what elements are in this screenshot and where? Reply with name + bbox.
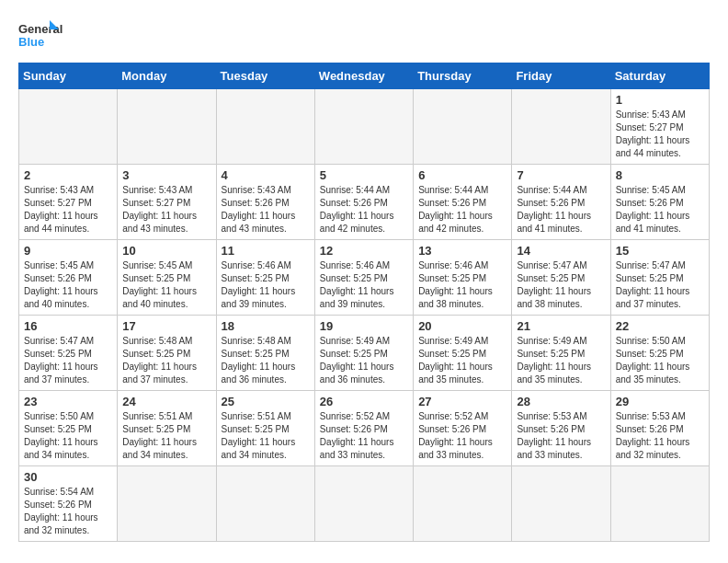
day-number: 25: [222, 395, 310, 408]
header: GeneralBlue: [18, 18, 710, 53]
calendar-cell: 10Sunrise: 5:45 AM Sunset: 5:25 PM Dayli…: [118, 240, 216, 316]
calendar-cell: 17Sunrise: 5:48 AM Sunset: 5:25 PM Dayli…: [118, 316, 216, 391]
day-number: 23: [24, 395, 112, 408]
calendar-cell: 6Sunrise: 5:44 AM Sunset: 5:26 PM Daylig…: [414, 165, 512, 240]
day-info: Sunrise: 5:46 AM Sunset: 5:25 PM Dayligh…: [320, 259, 408, 311]
day-number: 29: [616, 395, 704, 408]
day-number: 7: [517, 168, 605, 182]
day-header-wednesday: Wednesday: [314, 63, 413, 89]
calendar-cell: 3Sunrise: 5:43 AM Sunset: 5:27 PM Daylig…: [118, 165, 216, 240]
calendar-cell: 29Sunrise: 5:53 AM Sunset: 5:26 PM Dayli…: [610, 391, 709, 466]
day-number: 26: [320, 395, 408, 408]
day-number: 12: [320, 244, 408, 258]
calendar-cell: 24Sunrise: 5:51 AM Sunset: 5:25 PM Dayli…: [118, 391, 216, 466]
day-number: 11: [222, 244, 310, 258]
day-number: 19: [320, 319, 408, 333]
calendar-cell: 28Sunrise: 5:53 AM Sunset: 5:26 PM Dayli…: [512, 391, 610, 466]
calendar-cell: 7Sunrise: 5:44 AM Sunset: 5:26 PM Daylig…: [512, 165, 610, 240]
day-number: 28: [517, 395, 605, 408]
day-info: Sunrise: 5:52 AM Sunset: 5:26 PM Dayligh…: [320, 410, 408, 462]
day-info: Sunrise: 5:43 AM Sunset: 5:27 PM Dayligh…: [616, 109, 704, 160]
day-number: 20: [418, 319, 506, 333]
calendar-cell: 5Sunrise: 5:44 AM Sunset: 5:26 PM Daylig…: [314, 165, 413, 240]
day-info: Sunrise: 5:46 AM Sunset: 5:25 PM Dayligh…: [222, 259, 310, 311]
calendar-cell: 8Sunrise: 5:45 AM Sunset: 5:26 PM Daylig…: [610, 165, 709, 240]
day-header-friday: Friday: [512, 63, 610, 89]
day-info: Sunrise: 5:48 AM Sunset: 5:25 PM Dayligh…: [122, 335, 210, 386]
day-number: 13: [418, 244, 506, 258]
day-info: Sunrise: 5:43 AM Sunset: 5:27 PM Dayligh…: [24, 184, 112, 236]
calendar-cell: 2Sunrise: 5:43 AM Sunset: 5:27 PM Daylig…: [19, 165, 118, 240]
logo-svg: GeneralBlue: [18, 18, 64, 53]
day-info: Sunrise: 5:43 AM Sunset: 5:26 PM Dayligh…: [222, 184, 310, 236]
day-info: Sunrise: 5:44 AM Sunset: 5:26 PM Dayligh…: [418, 184, 506, 236]
calendar-cell: [610, 466, 709, 542]
calendar-cell: [118, 89, 216, 165]
day-number: 6: [418, 168, 506, 182]
calendar-cell: [118, 466, 216, 542]
calendar-cell: [19, 89, 118, 165]
day-number: 2: [24, 168, 112, 182]
day-header-thursday: Thursday: [414, 63, 512, 89]
day-info: Sunrise: 5:51 AM Sunset: 5:25 PM Dayligh…: [122, 410, 210, 462]
calendar-header-row: SundayMondayTuesdayWednesdayThursdayFrid…: [19, 63, 710, 89]
day-number: 1: [616, 93, 704, 107]
day-header-tuesday: Tuesday: [216, 63, 314, 89]
calendar-cell: 30Sunrise: 5:54 AM Sunset: 5:26 PM Dayli…: [19, 466, 118, 542]
calendar-week-row: 1Sunrise: 5:43 AM Sunset: 5:27 PM Daylig…: [19, 89, 710, 165]
day-number: 27: [418, 395, 506, 408]
day-info: Sunrise: 5:47 AM Sunset: 5:25 PM Dayligh…: [616, 259, 704, 311]
day-number: 24: [122, 395, 210, 408]
calendar-cell: 22Sunrise: 5:50 AM Sunset: 5:25 PM Dayli…: [610, 316, 709, 391]
day-number: 18: [222, 319, 310, 333]
calendar-cell: 11Sunrise: 5:46 AM Sunset: 5:25 PM Dayli…: [216, 240, 314, 316]
calendar-cell: 1Sunrise: 5:43 AM Sunset: 5:27 PM Daylig…: [610, 89, 709, 165]
day-info: Sunrise: 5:44 AM Sunset: 5:26 PM Dayligh…: [320, 184, 408, 236]
day-info: Sunrise: 5:47 AM Sunset: 5:25 PM Dayligh…: [517, 259, 605, 311]
day-info: Sunrise: 5:51 AM Sunset: 5:25 PM Dayligh…: [222, 410, 310, 462]
day-info: Sunrise: 5:46 AM Sunset: 5:25 PM Dayligh…: [418, 259, 506, 311]
calendar: SundayMondayTuesdayWednesdayThursdayFrid…: [18, 63, 710, 542]
calendar-cell: 16Sunrise: 5:47 AM Sunset: 5:25 PM Dayli…: [19, 316, 118, 391]
calendar-cell: [216, 89, 314, 165]
calendar-cell: 20Sunrise: 5:49 AM Sunset: 5:25 PM Dayli…: [414, 316, 512, 391]
day-number: 16: [24, 319, 112, 333]
day-info: Sunrise: 5:44 AM Sunset: 5:26 PM Dayligh…: [517, 184, 605, 236]
day-info: Sunrise: 5:53 AM Sunset: 5:26 PM Dayligh…: [616, 410, 704, 462]
calendar-cell: 9Sunrise: 5:45 AM Sunset: 5:26 PM Daylig…: [19, 240, 118, 316]
day-info: Sunrise: 5:53 AM Sunset: 5:26 PM Dayligh…: [517, 410, 605, 462]
day-info: Sunrise: 5:54 AM Sunset: 5:26 PM Dayligh…: [24, 486, 112, 537]
calendar-week-row: 16Sunrise: 5:47 AM Sunset: 5:25 PM Dayli…: [19, 316, 710, 391]
day-info: Sunrise: 5:50 AM Sunset: 5:25 PM Dayligh…: [616, 335, 704, 386]
calendar-cell: [414, 466, 512, 542]
day-number: 5: [320, 168, 408, 182]
calendar-cell: [314, 89, 413, 165]
day-info: Sunrise: 5:45 AM Sunset: 5:26 PM Dayligh…: [616, 184, 704, 236]
day-number: 8: [616, 168, 704, 182]
day-header-saturday: Saturday: [610, 63, 709, 89]
calendar-cell: 26Sunrise: 5:52 AM Sunset: 5:26 PM Dayli…: [314, 391, 413, 466]
day-info: Sunrise: 5:49 AM Sunset: 5:25 PM Dayligh…: [320, 335, 408, 386]
day-info: Sunrise: 5:50 AM Sunset: 5:25 PM Dayligh…: [24, 410, 112, 462]
calendar-cell: 4Sunrise: 5:43 AM Sunset: 5:26 PM Daylig…: [216, 165, 314, 240]
calendar-cell: 25Sunrise: 5:51 AM Sunset: 5:25 PM Dayli…: [216, 391, 314, 466]
day-number: 3: [122, 168, 210, 182]
logo: GeneralBlue: [18, 18, 64, 53]
day-info: Sunrise: 5:49 AM Sunset: 5:25 PM Dayligh…: [418, 335, 506, 386]
calendar-cell: 27Sunrise: 5:52 AM Sunset: 5:26 PM Dayli…: [414, 391, 512, 466]
calendar-cell: 12Sunrise: 5:46 AM Sunset: 5:25 PM Dayli…: [314, 240, 413, 316]
calendar-cell: [314, 466, 413, 542]
day-number: 15: [616, 244, 704, 258]
calendar-cell: [512, 89, 610, 165]
day-info: Sunrise: 5:45 AM Sunset: 5:26 PM Dayligh…: [24, 259, 112, 311]
day-number: 14: [517, 244, 605, 258]
day-number: 17: [122, 319, 210, 333]
calendar-cell: 14Sunrise: 5:47 AM Sunset: 5:25 PM Dayli…: [512, 240, 610, 316]
calendar-cell: [512, 466, 610, 542]
day-info: Sunrise: 5:48 AM Sunset: 5:25 PM Dayligh…: [222, 335, 310, 386]
day-number: 22: [616, 319, 704, 333]
day-info: Sunrise: 5:49 AM Sunset: 5:25 PM Dayligh…: [517, 335, 605, 386]
calendar-cell: 19Sunrise: 5:49 AM Sunset: 5:25 PM Dayli…: [314, 316, 413, 391]
calendar-cell: 18Sunrise: 5:48 AM Sunset: 5:25 PM Dayli…: [216, 316, 314, 391]
calendar-cell: 15Sunrise: 5:47 AM Sunset: 5:25 PM Dayli…: [610, 240, 709, 316]
